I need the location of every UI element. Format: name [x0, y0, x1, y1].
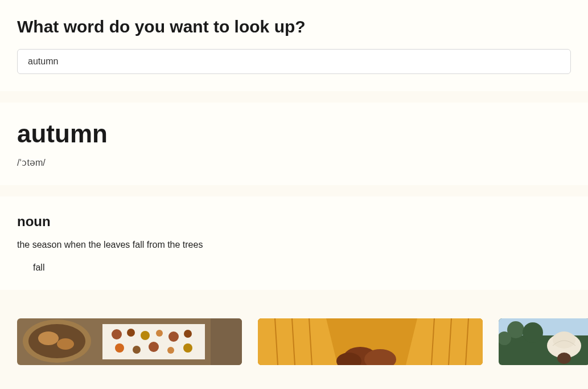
search-label: What word do you want to look up? — [17, 17, 571, 36]
search-section: What word do you want to look up? — [0, 0, 588, 91]
search-input[interactable] — [17, 49, 571, 74]
word-heading: autumn — [17, 120, 571, 148]
svg-point-14 — [149, 342, 159, 352]
definition-text: the season when the leaves fall from the… — [17, 240, 571, 250]
svg-rect-17 — [211, 318, 242, 365]
svg-point-7 — [127, 329, 135, 337]
image-card[interactable] — [499, 318, 588, 365]
person-hat-image — [499, 318, 588, 365]
svg-point-15 — [167, 347, 174, 354]
svg-point-3 — [38, 331, 59, 345]
svg-point-4 — [57, 338, 74, 350]
svg-point-11 — [184, 330, 192, 338]
svg-point-13 — [133, 346, 141, 354]
definition-section: noun the season when the leaves fall fro… — [0, 196, 588, 290]
svg-point-8 — [141, 331, 150, 340]
image-card[interactable] — [258, 318, 483, 365]
svg-point-33 — [523, 322, 543, 343]
images-section — [0, 301, 588, 382]
svg-point-16 — [183, 343, 192, 353]
orange-sweater-image — [258, 318, 483, 365]
image-card[interactable] — [17, 318, 242, 365]
synonym-text: fall — [17, 263, 571, 273]
word-entry-section: autumn /ˈɔtəm/ — [0, 103, 588, 185]
mushrooms-basket-image — [17, 318, 242, 365]
part-of-speech: noun — [17, 214, 571, 230]
pronunciation: /ˈɔtəm/ — [17, 157, 571, 168]
svg-point-6 — [112, 329, 122, 339]
svg-point-37 — [557, 353, 571, 364]
svg-point-9 — [156, 330, 163, 337]
svg-point-10 — [168, 331, 179, 342]
svg-point-12 — [115, 343, 124, 353]
svg-point-36 — [553, 331, 575, 349]
